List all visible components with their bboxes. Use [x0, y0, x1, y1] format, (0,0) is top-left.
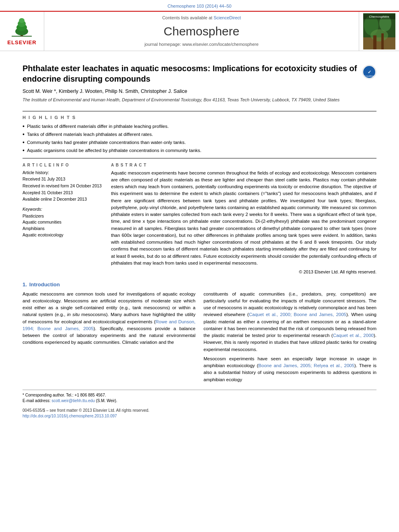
svg-rect-12: [381, 33, 384, 49]
elsevier-text: ELSEVIER: [7, 39, 36, 46]
highlights-section: H I G H L I G H T S • Plastic tanks of d…: [23, 115, 376, 154]
highlight-text-3: Community tanks had greater phthalate co…: [27, 139, 186, 146]
highlight-text-4: Aquatic organisms could be affected by p…: [27, 147, 202, 154]
accepted-date: Accepted 31 October 2013: [23, 190, 103, 196]
article-info-abstract: A R T I C L E I N F O Article history: R…: [23, 162, 376, 275]
footer: 0045-6535/$ – see front matter © 2013 El…: [23, 408, 376, 419]
footnote-section: * Corresponding author. Tel.: +1 806 885…: [23, 390, 376, 404]
highlights-label: H I G H L I G H T S: [23, 115, 376, 121]
intro-columns: Aquatic mesocosms are common tools used …: [23, 291, 376, 386]
sciencedirect-note: Contents lists available at ScienceDirec…: [162, 15, 241, 21]
highlight-item-4: • Aquatic organisms could be affected by…: [23, 147, 376, 154]
intro-para-3: Mesocosm experiments have seen an especi…: [204, 355, 376, 383]
highlight-item-2: • Tanks of different materials leach pht…: [23, 131, 376, 138]
intro-right-col: constituents of aquatic communities (i.e…: [204, 291, 376, 386]
main-content: Phthalate ester leachates in aquatic mes…: [0, 51, 399, 425]
journal-homepage: journal homepage: www.elsevier.com/locat…: [144, 41, 259, 47]
citation-text: Chemosphere 103 (2014) 44–50: [167, 4, 231, 8]
highlight-text-2: Tanks of different materials leach phtha…: [27, 131, 153, 138]
svg-rect-11: [373, 35, 376, 49]
intro-right-text: constituents of aquatic communities (i.e…: [204, 291, 376, 383]
journal-citation: Chemosphere 103 (2014) 44–50: [0, 0, 399, 11]
journal-cover-area: Chemosphere: [359, 12, 399, 51]
highlight-text-1: Plastic tanks of different materials dif…: [27, 123, 169, 129]
bullet-icon: •: [23, 123, 25, 130]
cover-label: Chemosphere: [363, 14, 395, 19]
keyword-3: Amphibians: [23, 226, 103, 232]
intro-left-text: Aquatic mesocosms are common tools used …: [23, 291, 195, 346]
crossmark-badge: ✓ CrossMark: [362, 65, 376, 81]
received-date: Received 31 July 2013: [23, 176, 103, 182]
highlight-item-3: • Community tanks had greater phthalate …: [23, 139, 376, 146]
abstract-col: A B S T R A C T Aquatic mesocosm experim…: [111, 162, 376, 275]
svg-text:CrossMark: CrossMark: [364, 75, 374, 77]
email-line: E-mail address: scott.weir@tiehh.ttu.edu…: [23, 398, 376, 404]
doi-line[interactable]: http://dx.doi.org/10.1016/j.chemosphere.…: [23, 413, 376, 419]
article-info-col: A R T I C L E I N F O Article history: R…: [23, 162, 103, 275]
journal-cover-image: Chemosphere: [363, 13, 395, 49]
crossmark-icon: ✓ CrossMark: [362, 65, 376, 79]
keywords-section: Keywords: Plasticizers Aquatic communiti…: [23, 206, 103, 238]
intro-para-2: constituents of aquatic communities (i.e…: [204, 291, 376, 353]
bullet-icon: •: [23, 147, 25, 154]
issn-line: 0045-6535/$ – see front matter © 2013 El…: [23, 408, 376, 413]
email-attribution: (S.M. Weir).: [96, 398, 117, 403]
corresponding-author-note: * Corresponding author. Tel.: +1 806 885…: [23, 392, 376, 398]
highlights-list: • Plastic tanks of different materials d…: [23, 123, 376, 154]
article-history: Article history: Received 31 July 2013 R…: [23, 170, 103, 202]
article-title: Phthalate ester leachates in aquatic mes…: [23, 63, 357, 84]
section-heading: 1. Introduction: [23, 281, 376, 288]
keyword-1: Plasticizers: [23, 213, 103, 219]
ref-rowe-link[interactable]: Rowe and Dunson, 1994; Boone and James, …: [23, 319, 195, 331]
ref-caquet-link[interactable]: Caquet et al., 2000; Boone and James, 20…: [249, 312, 346, 317]
revised-date: Received in revised form 24 October 2013: [23, 183, 103, 189]
svg-point-10: [370, 29, 388, 41]
bullet-icon: •: [23, 139, 25, 146]
ref-caquet2-link[interactable]: Caquet et al., 2000: [333, 333, 374, 338]
keyword-4: Aquatic ecotoxicology: [23, 232, 103, 238]
copyright: © 2013 Elsevier Ltd. All rights reserved…: [111, 269, 376, 275]
keyword-2: Aquatic communities: [23, 219, 103, 225]
title-area: Phthalate ester leachates in aquatic mes…: [23, 63, 376, 108]
email-label: E-mail address:: [23, 398, 50, 403]
journal-name: Chemosphere: [164, 23, 239, 40]
bullet-icon: •: [23, 131, 25, 138]
history-label: Article history:: [23, 170, 103, 176]
affiliation: The Institute of Environmental and Human…: [23, 97, 357, 103]
introduction-section: 1. Introduction Aquatic mesocosms are co…: [23, 281, 376, 386]
svg-point-5: [19, 18, 25, 23]
divider-1: [23, 111, 376, 111]
intro-para-1: Aquatic mesocosms are common tools used …: [23, 291, 195, 346]
contents-note: Contents lists available at: [162, 15, 212, 20]
divider-2: [23, 158, 376, 158]
svg-text:✓: ✓: [368, 70, 371, 74]
available-date: Available online 2 December 2013: [23, 196, 103, 202]
keywords-label: Keywords:: [23, 206, 103, 212]
section-title: Introduction: [29, 281, 60, 288]
sciencedirect-label: ScienceDirect: [214, 15, 241, 20]
abstract-text: Aquatic mesocosm experiments have become…: [111, 170, 376, 267]
email-address[interactable]: scott.weir@tiehh.ttu.edu: [51, 398, 95, 403]
elsevier-tree-icon: [10, 16, 34, 38]
section-number: 1.: [23, 281, 27, 288]
elsevier-logo: ELSEVIER: [7, 16, 36, 46]
page: Chemosphere 103 (2014) 44–50: [0, 0, 399, 532]
article-info-label: A R T I C L E I N F O: [23, 162, 103, 168]
journal-header-bar: ELSEVIER Contents lists available at Sci…: [0, 11, 399, 51]
ref-boone-link[interactable]: Boone and James, 2005; Relyea et al., 20…: [258, 363, 354, 368]
highlight-item-1: • Plastic tanks of different materials d…: [23, 123, 376, 130]
journal-center-header: Contents lists available at ScienceDirec…: [44, 12, 359, 51]
elsevier-logo-area: ELSEVIER: [0, 12, 44, 51]
abstract-label: A B S T R A C T: [111, 162, 376, 168]
authors: Scott M. Weir *, Kimberly J. Wooten, Phi…: [23, 88, 357, 95]
title-block: Phthalate ester leachates in aquatic mes…: [23, 63, 357, 108]
intro-left-col: Aquatic mesocosms are common tools used …: [23, 291, 195, 386]
